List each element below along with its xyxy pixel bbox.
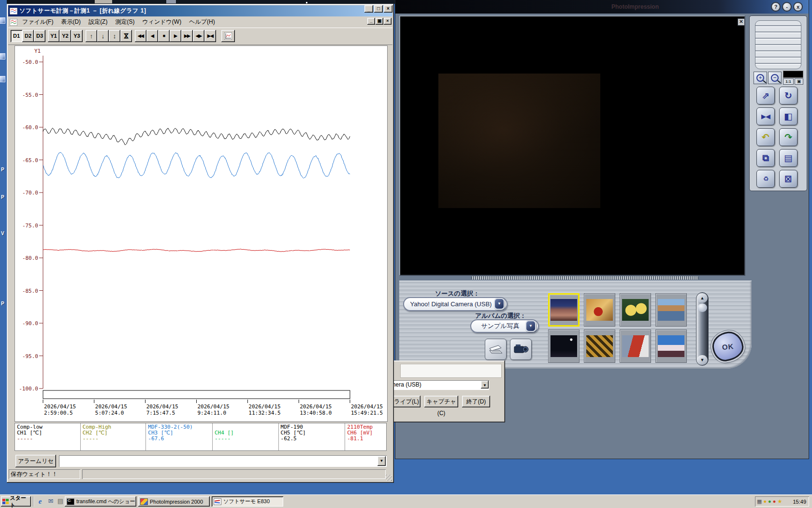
chevron-down-icon[interactable]: ▼ [481,381,489,388]
thumbnail-gold-weave[interactable] [584,329,615,363]
toolbar-button-D3[interactable]: D3 [34,30,45,42]
resize-button[interactable]: ⇗ [756,87,775,105]
internet-explorer-icon[interactable]: e [36,497,44,506]
scroll-down-icon[interactable]: ▼ [697,355,708,365]
menu-item[interactable]: 表示(D) [57,17,85,27]
app-icon [10,8,17,15]
y-tick-label: -65.0 [22,157,38,164]
crop-move-button[interactable]: ◧ [779,107,798,125]
menu-item[interactable]: ウィンドウ(W) [138,17,185,27]
tray-shield-yellow-icon[interactable]: ● [763,496,767,507]
copy-button[interactable]: ⧉ [756,149,775,167]
thumbnail-ship-bow[interactable] [620,329,651,363]
captured-photo [438,74,600,208]
desktop: PPVP PhotoImpression ? - x ✕ + − 1:1 ▣ ⇗… [0,0,812,508]
scrollbar-thumb[interactable] [697,303,707,312]
undo-button[interactable]: ↶ [756,128,775,146]
mdi-restore-button[interactable]: ▣ [376,18,383,25]
chevron-down-icon[interactable]: ▼ [377,456,386,466]
zoom-out-icon: − [771,74,779,82]
thumbnail-image [658,299,684,321]
mdi-minimize-button[interactable]: _ [367,18,375,25]
show-desktop-icon[interactable]: ▤ [56,497,65,506]
toolbar-button-x[interactable]: ◀ [146,30,158,42]
minimize-button[interactable]: _ [364,5,373,13]
toolbar-button-xx[interactable]: ◀▶ [193,30,204,42]
minimize-button[interactable]: - [782,2,792,12]
close-button[interactable]: × [384,5,392,13]
redo-button[interactable]: ↷ [779,128,798,146]
y-tick-label: -90.0 [22,320,38,327]
cmd-task-icon [67,498,74,505]
tray-status-red-icon[interactable]: ● [773,496,776,507]
toolbar-button-xx[interactable]: ▶◀ [204,30,216,42]
thumbnail-scrollbar[interactable]: ▲ ▼ [696,292,709,366]
rotate-button[interactable]: ↻ [779,87,798,105]
chevron-down-icon[interactable]: ▼ [525,320,536,332]
help-button[interactable]: ? [771,2,781,12]
tray-keyboard-indicator-icon[interactable]: ▦ [757,496,762,507]
ok-button[interactable]: OK [711,330,745,362]
close-button[interactable]: x [793,2,803,12]
toolbar-button-Y2[interactable]: Y2 [59,30,71,42]
thumbnail-sky-clouds[interactable] [655,329,687,363]
scanner-button[interactable] [485,339,507,360]
panel-grip[interactable] [755,20,801,69]
thermo-titlebar[interactable]: ソフトサーモ計測－計測1 － [折れ線グラフ 1] [8,5,392,16]
close-image-button[interactable]: ⊠ [779,170,798,188]
task-button-3[interactable]: ソフトサーモ E830 [212,496,283,507]
thumbnail-yellow-flowers[interactable] [620,293,651,327]
toolbar-button-x[interactable]: ↑ [86,30,97,42]
toolbar-button-Y1[interactable]: Y1 [48,30,59,42]
toolbar-button-x[interactable]: ■ [158,30,170,42]
thumbnail-cardinal-bird[interactable] [584,293,615,327]
photoimpression-titlebar[interactable]: PhotoImpression ? - x [395,0,809,14]
toolbar-button-x[interactable]: ↕ [109,30,120,42]
menu-item[interactable]: ヘルプ(H) [185,17,219,27]
menu-item[interactable]: 測定(S) [111,17,138,27]
tray-favorites-star-icon[interactable]: ★ [777,496,782,507]
start-button[interactable]: スタート [1,496,31,507]
mdi-close-button[interactable]: × [384,18,392,25]
resize-grip[interactable] [386,475,392,481]
toolbar-button-Y3[interactable]: Y3 [71,30,83,42]
menu-item[interactable]: ファイル(F) [18,17,57,27]
alarm-combobox[interactable]: ▼ [59,455,387,467]
actual-size-button[interactable]: 1:1 [783,78,794,85]
camcorder-button[interactable] [510,339,532,360]
toolbar-button-D1[interactable]: D1 [11,30,22,42]
exit-button[interactable]: 終了(D) [462,396,490,407]
live-button[interactable]: ライブ(L) [392,396,420,407]
toolbar-button-x[interactable]: ▶ [170,30,181,42]
task-button-1[interactable]: transfile.cmd へのショート... [65,496,136,507]
maximize-button[interactable]: □ [374,5,383,13]
mail-icon[interactable]: ✉ [46,497,55,506]
thumbnail-rock-spires[interactable] [548,293,580,327]
thumbnail-night-city[interactable] [548,329,580,363]
zoom-in-button[interactable]: + [754,72,767,84]
tray-shield-green-icon[interactable]: ● [768,496,771,507]
data-button-group: D1D2D3 [11,30,45,42]
flip-horizontal-button[interactable]: ▶◀ [756,107,775,125]
scroll-up-icon[interactable]: ▲ [697,293,708,303]
toolbar-button-xx[interactable]: ◀◀ [135,30,146,42]
close-icon[interactable]: ✕ [738,18,745,26]
graph-settings-button[interactable] [221,30,235,42]
toolbar-button-D2[interactable]: D2 [22,30,34,42]
toolbar-button-x[interactable]: ⋈ [120,30,132,42]
chevron-down-icon[interactable]: ▼ [494,298,505,310]
time-range-box[interactable] [43,390,350,399]
delete-button[interactable]: ♻ [756,170,775,188]
toolbar-button-xx[interactable]: ▶▶ [181,30,193,42]
capture-button[interactable]: キャプチャ(C) [424,396,458,407]
paste-button[interactable]: ▤ [779,149,798,167]
menu-item[interactable]: 設定(Z) [85,17,111,27]
fit-window-button[interactable]: ▣ [795,78,803,85]
thumbnail-harbor-town[interactable] [655,293,687,327]
alarm-reset-button[interactable]: アラームリセット [15,455,56,467]
zoom-out-button[interactable]: − [768,72,782,84]
toolbar-button-x[interactable]: ↓ [97,30,109,42]
taskbar-clock: 15:49 [793,499,809,505]
task-button-2[interactable]: PhotoImpression 2000 [138,496,210,507]
source-select-dropdown[interactable]: Yahoo! Digital Camera (USB) [403,297,508,311]
